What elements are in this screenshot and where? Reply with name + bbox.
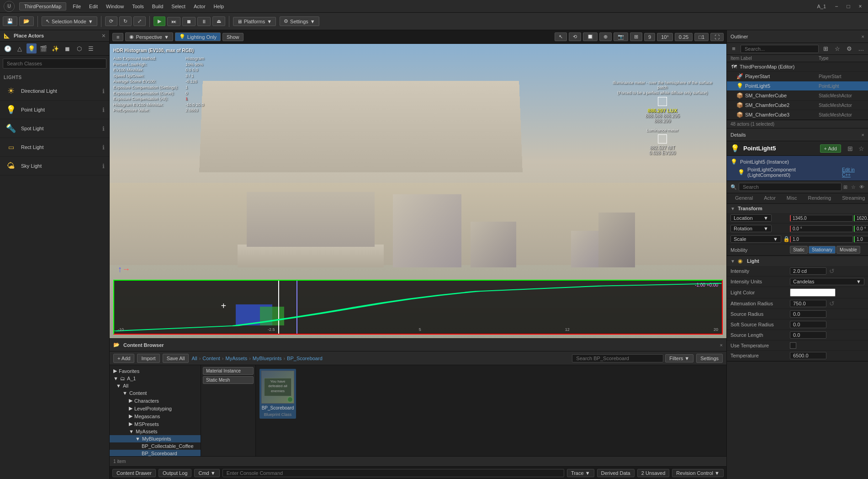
details-grid-icon[interactable]: ⊞ bbox=[847, 145, 853, 152]
cb-search-input[interactable] bbox=[572, 354, 663, 362]
scale-value[interactable]: 0.25 bbox=[675, 33, 693, 41]
vp-num1[interactable]: 9 bbox=[644, 33, 655, 41]
revision-control-button[interactable]: Revision Control ▼ bbox=[672, 469, 724, 477]
light-color-swatch[interactable] bbox=[790, 288, 836, 297]
tree-content[interactable]: ▼ Content bbox=[110, 389, 201, 397]
outliner-search-input[interactable] bbox=[741, 45, 819, 53]
edit-cpp-link[interactable]: Edit in C++ bbox=[842, 167, 864, 177]
cmd-button[interactable]: Cmd ▼ bbox=[194, 469, 219, 477]
intensity-input[interactable] bbox=[790, 267, 826, 275]
tree-bp-collectable-coffee[interactable]: BP_Collectable_Coffee bbox=[110, 442, 201, 450]
path-myassets[interactable]: MyAssets bbox=[226, 356, 248, 361]
all-classes-icon[interactable]: ☰ bbox=[86, 43, 96, 53]
outliner-more-icon[interactable]: … bbox=[856, 44, 866, 54]
details-eye-icon[interactable]: 👁 bbox=[859, 184, 864, 190]
rotation-y-input[interactable] bbox=[854, 225, 868, 232]
intensity-units-dropdown[interactable]: Candelas ▼ bbox=[790, 278, 864, 285]
sky-light-item[interactable]: 🌤 Sky Light ℹ bbox=[0, 157, 109, 176]
stop-button[interactable]: ⏹ bbox=[182, 17, 196, 26]
transform-gizmo-icon[interactable]: ⟲ bbox=[569, 32, 581, 41]
menu-tools[interactable]: Tools bbox=[128, 3, 148, 10]
details-filter-icon[interactable]: ⊞ bbox=[843, 184, 847, 190]
tree-a1[interactable]: ▼ 🗂 A_1 bbox=[110, 375, 201, 382]
mobility-static[interactable]: Static bbox=[790, 246, 808, 254]
menu-actor[interactable]: Actor bbox=[190, 3, 209, 10]
ol-pointlight5[interactable]: 💡 PointLight5 PointLight bbox=[727, 81, 868, 91]
tab-general[interactable]: General bbox=[730, 193, 757, 203]
camera-speed-icon[interactable]: 📷 bbox=[614, 32, 628, 41]
console-input[interactable] bbox=[222, 469, 564, 477]
grid-icon[interactable]: ⊞ bbox=[630, 32, 642, 41]
skip-button[interactable]: ⏭ bbox=[167, 17, 180, 26]
scale-dropdown[interactable]: Scale▼ bbox=[730, 235, 781, 243]
rotation-x-input[interactable] bbox=[790, 225, 853, 232]
unsaved-indicator[interactable]: 2 Unsaved bbox=[637, 469, 670, 477]
details-star-icon-2[interactable]: ☆ bbox=[851, 184, 856, 190]
filter-material-instance[interactable]: Material Instance bbox=[203, 367, 254, 375]
details-star-icon[interactable]: ☆ bbox=[858, 145, 864, 152]
pause-button[interactable]: ⏸ bbox=[197, 17, 211, 26]
details-close[interactable]: × bbox=[862, 132, 864, 138]
derived-data-button[interactable]: Derived Data bbox=[597, 469, 635, 477]
point-light-info[interactable]: ℹ bbox=[102, 106, 105, 113]
tree-megascans[interactable]: ▶ Megascans bbox=[110, 412, 201, 420]
output-log-button[interactable]: Output Log bbox=[159, 469, 191, 477]
mobility-stationary[interactable]: Stationary bbox=[809, 246, 836, 254]
project-tab[interactable]: ThirdPersonMap bbox=[19, 2, 66, 11]
tab-actor[interactable]: Actor bbox=[759, 193, 780, 203]
scale-y-input[interactable] bbox=[854, 236, 868, 243]
component-instance[interactable]: 💡 PointLight5 (Instance) bbox=[730, 158, 864, 166]
outliner-star-icon[interactable]: ☆ bbox=[832, 44, 842, 54]
show-button[interactable]: Show bbox=[222, 33, 243, 41]
rotation-dropdown[interactable]: Rotation▼ bbox=[730, 225, 772, 232]
tab-misc[interactable]: Misc bbox=[782, 193, 802, 203]
rect-light-info[interactable]: ℹ bbox=[102, 144, 105, 151]
directional-light-item[interactable]: ☀ Directional Light ℹ bbox=[0, 82, 109, 101]
viewport[interactable]: HDR Histogram (EV100, max of RGB) Auto E… bbox=[110, 44, 726, 338]
cb-save-all-button[interactable]: Save All bbox=[163, 354, 189, 363]
transform-section-header[interactable]: ▼ Transform bbox=[727, 204, 868, 213]
use-temperature-checkbox[interactable] bbox=[790, 342, 796, 349]
maximize-button[interactable]: □ bbox=[844, 2, 852, 11]
lights-icon[interactable]: 💡 bbox=[26, 43, 37, 53]
intensity-reset-icon[interactable]: ↺ bbox=[829, 267, 835, 275]
tab-rendering[interactable]: Rendering bbox=[803, 193, 836, 203]
outliner-grid-icon[interactable]: ⊞ bbox=[820, 44, 831, 54]
point-light-item[interactable]: 💡 Point Light ℹ bbox=[0, 101, 109, 119]
path-content[interactable]: Content bbox=[202, 356, 220, 361]
filter-static-mesh[interactable]: Static Mesh bbox=[203, 376, 254, 384]
play-button[interactable]: ▶ bbox=[153, 16, 165, 26]
directional-light-info[interactable]: ℹ bbox=[102, 88, 105, 95]
location-x-input[interactable] bbox=[790, 215, 853, 222]
visual-icon[interactable]: ✨ bbox=[50, 43, 60, 53]
search-classes-input[interactable] bbox=[3, 59, 106, 69]
spot-light-info[interactable]: ℹ bbox=[102, 125, 105, 132]
temperature-input[interactable] bbox=[790, 352, 826, 359]
tree-myassets[interactable]: ▼ MyAssets bbox=[110, 428, 201, 435]
transform-button[interactable]: ⟳ bbox=[105, 16, 117, 26]
bp-scoreboard-tile[interactable]: You havedefeated allenemies BP_Scoreboar… bbox=[259, 369, 296, 419]
minimize-button[interactable]: − bbox=[832, 2, 841, 11]
ol-chamfercube2[interactable]: 📦 SM_ChamferCube2 StaticMeshActor bbox=[727, 101, 868, 110]
cinematic-icon[interactable]: 🎬 bbox=[38, 43, 48, 53]
soft-source-input[interactable] bbox=[790, 321, 826, 328]
snap-to-icon[interactable]: 🔲 bbox=[583, 32, 598, 41]
outliner-filter-icon[interactable]: ≡ bbox=[729, 44, 739, 54]
maximize-icon[interactable]: ⛶ bbox=[710, 33, 724, 41]
details-search-input[interactable] bbox=[739, 183, 842, 191]
path-myblueprints[interactable]: MyBlueprints bbox=[253, 356, 282, 361]
rect-light-item[interactable]: ▭ Rect Light ℹ bbox=[0, 138, 109, 157]
component-light[interactable]: 💡 PointLightComponent (LightComponent0) … bbox=[730, 166, 864, 179]
source-radius-input[interactable] bbox=[790, 310, 826, 318]
tree-all[interactable]: ▼ All bbox=[110, 382, 201, 389]
ol-thirdpersonmap[interactable]: 🗺 ThirdPersonMap (Editor) bbox=[727, 62, 868, 72]
cursor-select-icon[interactable]: ↖ bbox=[555, 32, 567, 41]
ol-playerstart[interactable]: 🚀 PlayerStart PlayerStart bbox=[727, 72, 868, 81]
selection-mode-button[interactable]: ↖ Selection Mode ▼ bbox=[42, 16, 97, 26]
menu-help[interactable]: Help bbox=[210, 3, 228, 10]
scale-button[interactable]: ⤢ bbox=[133, 16, 146, 26]
ol-chamfercube[interactable]: 📦 SM_ChamferCube StaticMeshActor bbox=[727, 91, 868, 101]
snap-angle-icon[interactable]: ⊕ bbox=[599, 32, 612, 41]
location-dropdown[interactable]: Location▼ bbox=[730, 214, 772, 222]
eject-button[interactable]: ⏏ bbox=[212, 16, 225, 26]
